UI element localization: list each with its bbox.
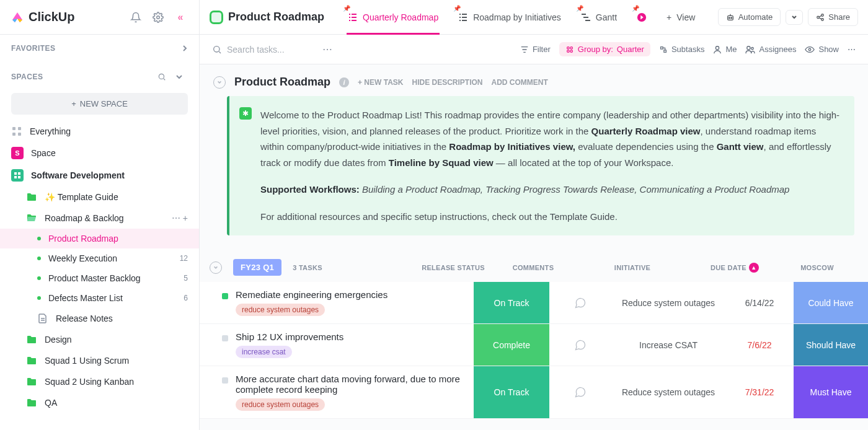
moscow-cell[interactable]: Should Have — [794, 324, 868, 366]
sidebar-item-everything[interactable]: Everything — [0, 121, 199, 142]
task-tag[interactable]: increase csat — [236, 346, 292, 358]
sidebar-item-defects[interactable]: Defects Master List 6 — [0, 288, 199, 308]
sidebar-item-weekly-execution[interactable]: Weekly Execution 12 — [0, 248, 199, 268]
tab-quarterly-roadmap[interactable]: 📌 Quarterly Roadmap — [340, 0, 446, 35]
more-icon[interactable]: ⋯ — [172, 213, 180, 223]
search-wrap: ⋯ — [212, 41, 336, 58]
me-button[interactable]: Me — [713, 45, 737, 54]
sidebar-item-squad2[interactable]: Squad 2 Using Kanban — [0, 371, 199, 392]
collapse-sidebar-icon[interactable]: « — [172, 9, 189, 26]
sidebar-item-pmb[interactable]: Product Master Backlog 5 — [0, 268, 199, 288]
task-tag[interactable]: reduce system outages — [236, 304, 325, 316]
settings-icon[interactable] — [149, 9, 167, 26]
due-date-cell[interactable]: 7/31/22 — [725, 366, 794, 418]
weekly-execution-label: Weekly Execution — [48, 253, 117, 263]
assignees-button[interactable]: Assignees — [745, 45, 796, 54]
search-input[interactable] — [227, 45, 314, 55]
folder-icon — [26, 376, 37, 387]
due-date-cell[interactable]: 7/6/22 — [725, 324, 794, 366]
logo[interactable]: ClickUp — [10, 10, 122, 25]
task-row[interactable]: Ship 12 UX improvementsincrease csatComp… — [200, 324, 868, 366]
due-date-cell[interactable]: 6/14/22 — [725, 282, 794, 323]
sidebar-item-qa[interactable]: QA — [0, 392, 199, 413]
task-title[interactable]: Remediate engineering emergencies — [236, 289, 467, 300]
add-view-label: View — [676, 12, 695, 22]
add-comment-button[interactable]: ADD COMMENT — [491, 78, 547, 87]
comments-cell[interactable] — [549, 366, 611, 418]
tab-roadmap-initiatives[interactable]: 📌 Roadmap by Initiatives — [451, 0, 569, 35]
task-row[interactable]: Remediate engineering emergenciesreduce … — [200, 282, 868, 324]
automate-button[interactable]: Automate — [718, 8, 781, 26]
release-status-cell[interactable]: On Track — [474, 282, 549, 323]
svg-point-14 — [817, 16, 820, 19]
col-comments[interactable]: COMMENTS — [502, 264, 564, 271]
initiative-cell[interactable]: Reduce system outages — [611, 282, 725, 323]
robot-icon — [726, 13, 735, 22]
collapse-group-icon[interactable] — [210, 261, 222, 274]
favorites-header[interactable]: FAVORITES — [0, 35, 199, 59]
task-main: Remediate engineering emergenciesreduce … — [200, 282, 474, 323]
task-title[interactable]: Ship 12 UX improvements — [236, 331, 467, 342]
sidebar-item-software-dev[interactable]: Software Development — [0, 164, 199, 186]
moscow-cell[interactable]: Could Have — [794, 282, 868, 323]
new-space-button[interactable]: + NEW SPACE — [11, 93, 188, 115]
initiative-cell[interactable]: Increase CSAT — [611, 324, 725, 366]
weekly-count: 12 — [180, 254, 188, 263]
toolbar-more-icon[interactable]: ⋯ — [848, 45, 856, 54]
col-release-status[interactable]: RELEASE STATUS — [415, 264, 491, 271]
search-more-icon[interactable]: ⋯ — [319, 41, 336, 58]
comments-cell[interactable] — [549, 282, 611, 323]
main: Product Roadmap 📌 Quarterly Roadmap 📌 Ro… — [200, 0, 868, 430]
add-icon[interactable]: + — [183, 213, 188, 223]
show-button[interactable]: Show — [805, 45, 839, 54]
info-icon[interactable]: i — [339, 77, 349, 87]
sidebar-item-template-guide[interactable]: ✨ Template Guide — [0, 186, 199, 208]
col-due-date[interactable]: DUE DATE▲ — [701, 263, 769, 273]
task-status-icon[interactable] — [222, 293, 228, 299]
group-by-button[interactable]: Group by: Quarter — [559, 42, 650, 56]
initiative-cell[interactable]: Reduce system outages — [611, 366, 725, 418]
task-status-icon[interactable] — [222, 377, 228, 384]
collapse-spaces-icon[interactable] — [170, 68, 188, 86]
svg-point-22 — [716, 46, 719, 49]
notifications-icon[interactable] — [127, 9, 144, 26]
comments-cell[interactable] — [549, 324, 611, 366]
release-status-cell[interactable]: Complete — [474, 324, 549, 366]
add-view-button[interactable]: + View — [659, 0, 702, 35]
search-spaces-icon[interactable] — [153, 68, 170, 86]
sidebar-item-product-roadmap[interactable]: Product Roadmap — [0, 229, 199, 248]
subtasks-button[interactable]: Subtasks — [659, 45, 704, 54]
collapse-list-icon[interactable] — [213, 76, 226, 89]
plus-icon: + — [666, 12, 671, 22]
col-initiative[interactable]: INITIATIVE — [575, 264, 689, 271]
folder-open-icon — [26, 213, 37, 224]
col-moscow[interactable]: MOSCOW — [780, 264, 854, 271]
view-badge-icon — [637, 12, 647, 22]
svg-rect-9 — [18, 176, 20, 178]
sidebar-item-design[interactable]: Design — [0, 329, 199, 350]
filter-button[interactable]: Filter — [520, 45, 551, 54]
moscow-cell[interactable]: Must Have — [794, 366, 868, 418]
task-title[interactable]: More accurate chart data moving forward,… — [236, 374, 467, 395]
group-name-badge[interactable]: FY23 Q1 — [233, 259, 281, 276]
sidebar-item-space[interactable]: S Space — [0, 142, 199, 164]
task-row[interactable]: More accurate chart data moving forward,… — [200, 366, 868, 419]
release-status-cell[interactable]: On Track — [474, 366, 549, 418]
new-task-button[interactable]: + NEW TASK — [358, 78, 403, 87]
sidebar-item-release-notes[interactable]: Release Notes — [0, 308, 199, 329]
share-button[interactable]: Share — [808, 8, 858, 26]
automate-dropdown[interactable] — [786, 10, 803, 25]
pin-icon: 📌 — [632, 5, 639, 12]
svg-point-13 — [731, 17, 732, 19]
sidebar-item-squad1[interactable]: Squad 1 Using Scrum — [0, 350, 199, 371]
task-tag[interactable]: reduce system outages — [236, 398, 325, 411]
software-dev-label: Software Development — [31, 170, 125, 180]
list-status-icon[interactable] — [210, 11, 223, 24]
task-status-icon[interactable] — [222, 335, 228, 341]
tab-gantt[interactable]: 📌 Gantt — [574, 0, 624, 35]
sidebar-item-roadmap-backlog[interactable]: Roadmap & Backlog ⋯ + — [0, 208, 199, 229]
roadmap-backlog-label: Roadmap & Backlog — [45, 213, 124, 223]
svg-point-19 — [570, 46, 573, 49]
tab-extra[interactable]: 📌 — [629, 0, 654, 35]
hide-description-button[interactable]: HIDE DESCRIPTION — [412, 78, 482, 87]
